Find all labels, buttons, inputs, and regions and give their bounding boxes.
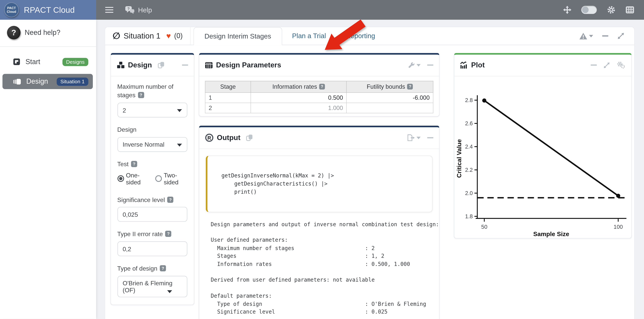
input-value: 0,025 (123, 211, 138, 218)
design-parameters-table: Stage Information rates? Futility bounds… (205, 81, 433, 113)
radio-two-sided[interactable]: Two-sided (155, 171, 187, 185)
light-mode-sun-icon[interactable] (607, 5, 616, 14)
information-rate-cell[interactable]: 0.500 (251, 92, 346, 103)
plot-panel: Plot (454, 53, 632, 238)
max-stages-select[interactable]: 2 (117, 103, 187, 117)
design-parameters-panel: Design Parameters (199, 53, 440, 116)
collapse-panel-button[interactable] (427, 137, 433, 138)
tab-content: Design (105, 45, 634, 319)
expand-plot-icon[interactable] (604, 62, 610, 68)
fullscreen-icon[interactable] (563, 6, 571, 14)
output-panel-header: R Output (199, 127, 439, 149)
card-actions (579, 27, 634, 45)
field-label: Type II error rate? (117, 230, 187, 238)
select-value: O'Brien & Fleming (OF) (123, 280, 176, 294)
futility-bound-cell[interactable] (346, 103, 433, 113)
app-window: PACT Cloud RPACT Cloud ? Help (0, 0, 644, 319)
expand-card-icon[interactable] (618, 32, 624, 39)
help-icon[interactable]: ? (167, 196, 174, 203)
field-label: Type of design? (117, 264, 187, 273)
radio-dot (155, 175, 162, 182)
table-header-row: Stage Information rates? Futility bounds… (205, 81, 433, 92)
col-futility-bounds: Futility bounds? (346, 81, 433, 92)
table-row: 2 1.000 (205, 103, 433, 113)
type2-error-input[interactable]: 0,2 (117, 241, 187, 256)
chart-icon (460, 62, 468, 68)
design-method-select[interactable]: Inverse Normal (117, 137, 187, 152)
design-parameters-header: Design Parameters (199, 54, 439, 76)
empty-set-icon: ∅ (112, 31, 120, 40)
select-value: 2 (123, 106, 126, 113)
minus-icon (602, 35, 608, 36)
table-settings-dropdown[interactable] (408, 62, 421, 68)
chevron-down-icon (416, 64, 420, 66)
collapse-panel-button[interactable] (591, 64, 597, 65)
plot-settings-gears-icon[interactable] (616, 61, 626, 69)
copy-icon[interactable] (158, 62, 165, 68)
help-icon[interactable]: ? (138, 92, 144, 98)
information-rate-cell[interactable]: 1.000 (251, 103, 346, 113)
test-radio-group: One-sided Two-sided (117, 171, 187, 185)
favorite-heart-icon[interactable]: ♥ (166, 32, 171, 40)
copy-icon[interactable] (246, 134, 253, 141)
wrench-icon (408, 62, 415, 68)
collapse-panel-button[interactable] (182, 64, 188, 65)
radio-label: One-sided (126, 171, 150, 185)
significance-level-input[interactable]: 0,025 (117, 207, 187, 222)
help-icon[interactable]: ? (319, 83, 325, 89)
sidebar: ? Need help? Start Designs Design S (0, 20, 96, 319)
chat-question-icon: ? (125, 6, 135, 14)
situation-title: Situation 1 (124, 31, 160, 40)
tab-reporting[interactable]: Reporting (336, 27, 385, 45)
need-help-link[interactable]: ? Need help? (0, 20, 96, 46)
svg-text:Sample Size: Sample Size (533, 230, 569, 237)
tab-design-interim-stages[interactable]: Design Interim Stages (194, 27, 282, 45)
radio-one-sided[interactable]: One-sided (117, 171, 150, 185)
help-icon[interactable]: ? (131, 161, 137, 167)
svg-text:2.6: 2.6 (465, 120, 473, 126)
cubes-icon (116, 62, 124, 68)
apps-grid-icon[interactable] (626, 6, 634, 13)
help-icon[interactable]: ? (407, 83, 413, 89)
warnings-dropdown[interactable] (579, 32, 593, 39)
radio-dot (117, 175, 124, 182)
field-label: Significance level? (117, 195, 187, 204)
question-mark-icon: ? (7, 26, 20, 39)
radio-label: Two-sided (164, 171, 188, 185)
help-label: Help (138, 6, 152, 14)
field-label: Maximum number of stages? (117, 82, 187, 100)
svg-text:2.2: 2.2 (465, 167, 473, 173)
logo-text-2: Cloud (7, 10, 16, 13)
collapse-panel-button[interactable] (427, 64, 433, 65)
help-icon[interactable]: ? (165, 231, 172, 237)
tab-label: Reporting (346, 32, 375, 40)
futility-bound-cell[interactable]: -6.000 (346, 92, 433, 103)
export-dropdown[interactable] (407, 134, 420, 141)
tab-plan-a-trial[interactable]: Plan a Trial (282, 27, 336, 45)
table-row: 1 0.500 -6.000 (205, 92, 433, 103)
help-icon[interactable]: ? (160, 265, 166, 271)
tab-bar: ∅ Situation 1 ♥ (0) Design Interim Stage… (105, 27, 634, 45)
dark-mode-toggle[interactable] (581, 6, 597, 14)
sidebar-item-design[interactable]: Design Situation 1 (2, 74, 93, 89)
r-code-text[interactable]: getDesignInverseNormal(kMax = 2) |> getD… (221, 171, 424, 196)
type-of-design-select[interactable]: O'Brien & Fleming (OF) (117, 276, 187, 297)
collapse-card-button[interactable] (602, 35, 608, 36)
panel-title: Output (217, 133, 240, 142)
stage-cell: 2 (205, 103, 251, 113)
svg-text:2.8: 2.8 (465, 97, 473, 103)
panel-title: Design Parameters (216, 61, 281, 69)
sidebar-item-start[interactable]: Start Designs (2, 54, 93, 69)
design-form: Maximum number of stages? 2 Design I (111, 76, 194, 311)
chevron-down-icon (416, 137, 420, 139)
app-title: RPACT Cloud (24, 5, 74, 14)
help-button[interactable]: ? Help (125, 6, 152, 14)
sidebar-item-label: Start (26, 58, 62, 66)
toggle-knob (582, 6, 588, 13)
tab-label: Plan a Trial (292, 32, 326, 40)
rpact-logo: PACT Cloud (4, 2, 19, 17)
panel-title: Design (128, 61, 152, 69)
hamburger-menu-icon[interactable] (105, 7, 113, 13)
minus-icon (182, 64, 188, 65)
col-stage: Stage (205, 81, 251, 92)
